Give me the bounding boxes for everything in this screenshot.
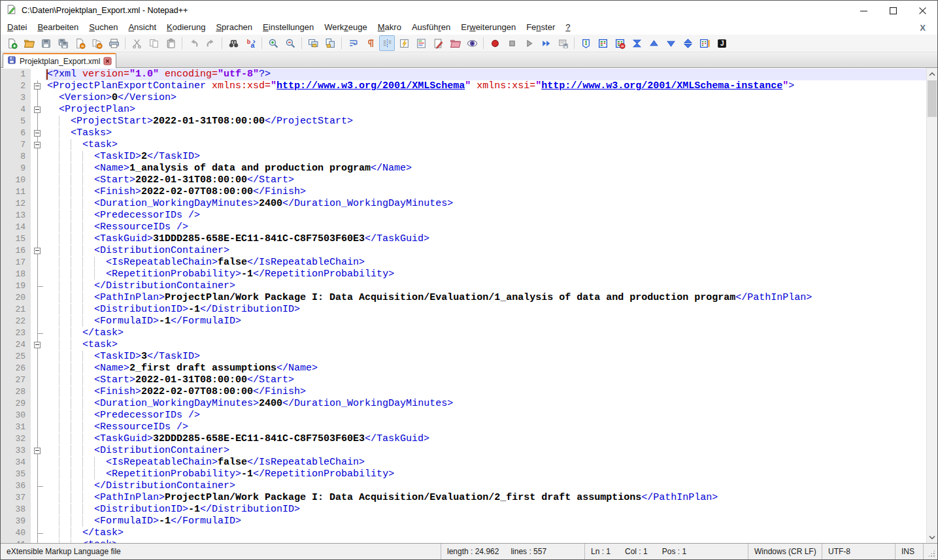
status-cursor-position: Ln : 1 Col : 1 Pos : 1 <box>584 544 748 559</box>
undo-button[interactable] <box>186 35 201 51</box>
close-file-button[interactable] <box>72 35 88 51</box>
folder-as-workspace-icon <box>450 38 461 49</box>
code-line: 10 <Start>2022-01-31T08:00:00</Start> <box>1 174 926 186</box>
compare-nav-bar-button[interactable] <box>697 35 712 51</box>
diff-last-button[interactable] <box>680 35 695 51</box>
zoom-out-button[interactable] <box>282 35 298 51</box>
code-line: 15 <TaskGuid>31DDD285-658E-EC11-841C-C8F… <box>1 233 926 245</box>
notepad-plus-plus-logo-icon <box>6 4 17 18</box>
tab-bar: Projektplan_Export.xml <box>1 52 937 68</box>
macro-run-multiple-button[interactable] <box>538 35 554 51</box>
scroll-up-button[interactable] <box>927 69 937 79</box>
macro-playback-button[interactable] <box>521 35 537 51</box>
fold-toggle[interactable] <box>34 248 41 254</box>
replace-button[interactable]: ba <box>243 35 258 51</box>
save-all-icon <box>58 38 69 49</box>
sync-vertical-button[interactable] <box>305 35 321 51</box>
macro-record-button[interactable] <box>487 35 503 51</box>
tab-close-button[interactable] <box>103 57 112 65</box>
json-viewer-button[interactable]: J <box>714 35 729 51</box>
resize-grip[interactable] <box>923 544 937 559</box>
fold-margin <box>31 127 45 139</box>
function-list-button[interactable] <box>396 35 412 51</box>
minimize-button[interactable] <box>849 1 879 20</box>
fold-guide-line <box>37 433 38 445</box>
diff-next-button[interactable] <box>663 35 678 51</box>
diff-first-button[interactable] <box>629 35 645 51</box>
monitoring-button[interactable] <box>464 35 480 51</box>
show-all-characters-button[interactable] <box>362 35 378 51</box>
compare-first-icon: 1 <box>580 38 592 49</box>
menu-item-makro[interactable]: Makro <box>373 21 407 34</box>
code-line: 14 <RessourceIDs /> <box>1 222 926 233</box>
document-map-button[interactable] <box>413 35 429 51</box>
sync-horizontal-button[interactable] <box>322 35 338 51</box>
menu-item-suchen[interactable]: Suchen <box>84 21 123 34</box>
menu-item-sprachen[interactable]: Sprachen <box>210 21 258 34</box>
line-number: 26 <box>1 363 31 374</box>
line-number: 25 <box>1 351 31 363</box>
compare-clear-button[interactable] <box>612 35 628 51</box>
fold-toggle[interactable] <box>34 448 41 454</box>
zoom-in-icon <box>268 38 279 49</box>
macro-save-button[interactable] <box>555 35 571 51</box>
menu-item-datei[interactable]: Datei <box>2 21 32 34</box>
fold-toggle[interactable] <box>34 107 41 113</box>
fold-guide-line <box>37 174 38 186</box>
macro-stop-button[interactable] <box>504 35 520 51</box>
save-all-button[interactable] <box>55 35 71 51</box>
sync-vertical-icon <box>308 38 319 49</box>
fold-guide-line <box>37 457 38 469</box>
redo-button[interactable] <box>203 35 218 51</box>
fold-margin <box>31 257 45 269</box>
menu-item-kodierung[interactable]: Kodierung <box>161 21 210 34</box>
fold-toggle[interactable] <box>34 130 41 137</box>
close-all-button[interactable] <box>89 35 105 51</box>
redo-icon <box>205 38 216 49</box>
compare-first-button[interactable]: 1 <box>578 35 594 51</box>
fold-margin <box>31 480 45 492</box>
maximize-button[interactable] <box>879 1 908 20</box>
print-button[interactable] <box>106 35 122 51</box>
line-number: 23 <box>1 327 31 339</box>
menu-item-ansicht[interactable]: Ansicht <box>123 21 161 34</box>
open-file-button[interactable] <box>21 35 37 51</box>
paste-button[interactable] <box>163 35 178 51</box>
close-document-button[interactable]: X <box>916 23 930 33</box>
menu-item-fenster[interactable]: Fenster <box>521 21 560 34</box>
line-number: 39 <box>1 516 31 527</box>
tab-projektplan-export-xml[interactable]: Projektplan_Export.xml <box>3 53 116 68</box>
fold-toggle[interactable] <box>34 342 41 348</box>
word-wrap-button[interactable] <box>345 35 361 51</box>
copy-button[interactable] <box>146 35 161 51</box>
menu-item-ausführen[interactable]: Ausführen <box>407 21 456 34</box>
fold-end-mark <box>37 333 43 334</box>
folder-as-workspace-button[interactable] <box>447 35 463 51</box>
close-button[interactable] <box>908 1 937 20</box>
find-button[interactable] <box>226 35 241 51</box>
scroll-down-button[interactable] <box>927 532 937 542</box>
cut-button[interactable] <box>129 35 144 51</box>
menu-item-bearbeiten[interactable]: Bearbeiten <box>32 21 84 34</box>
new-file-button[interactable] <box>4 35 20 51</box>
menu-item-erweiterungen[interactable]: Erweiterungen <box>456 21 521 34</box>
scrollbar-thumb[interactable] <box>928 80 937 117</box>
save-button[interactable] <box>38 35 54 51</box>
editor-text-area[interactable]: 1<?xml version="1.0" encoding="utf-8"?>2… <box>1 68 926 543</box>
diff-prev-button[interactable] <box>646 35 662 51</box>
zoom-in-button[interactable] <box>265 35 281 51</box>
document-list-button[interactable] <box>430 35 446 51</box>
menu-item-werkzeuge[interactable]: Werkzeuge <box>319 21 373 34</box>
line-number: 37 <box>1 492 31 504</box>
fold-toggle[interactable] <box>34 142 41 148</box>
line-number: 2 <box>1 80 31 92</box>
fold-toggle[interactable] <box>34 83 41 90</box>
menu-item-help[interactable]: ? <box>560 21 575 34</box>
fold-guide-line <box>37 116 38 127</box>
menu-item-einstellungen[interactable]: Einstellungen <box>258 21 319 34</box>
fold-guide-line <box>37 374 38 386</box>
compare-button[interactable] <box>595 35 611 51</box>
show-indent-guide-button[interactable] <box>379 35 395 51</box>
vertical-scrollbar[interactable] <box>926 68 937 543</box>
compare-icon <box>597 38 609 49</box>
